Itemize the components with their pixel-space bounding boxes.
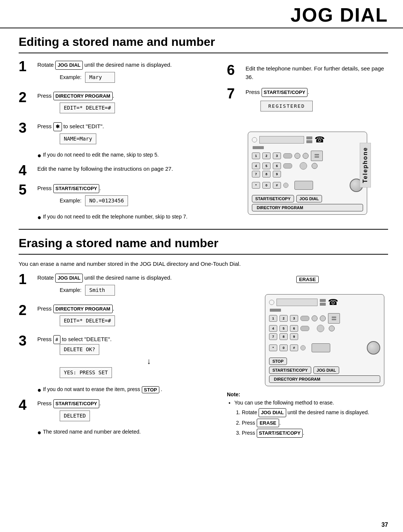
registered-display: REGISTERED xyxy=(260,101,313,112)
step-2-display: EDIT=* DELETE=# xyxy=(60,103,216,113)
erase-step-1-content: Rotate JOG DIAL until the desired name i… xyxy=(37,272,216,298)
erase-step-1: 1 Rotate JOG DIAL until the desired name… xyxy=(19,272,216,298)
erase-step-2: 2 Press DIRECTORY PROGRAM. EDIT=* DELETE… xyxy=(19,303,216,329)
step-1-example: Example: Mary xyxy=(60,72,216,83)
erase-btn-hash: # xyxy=(290,344,298,351)
step-number-7: 7 xyxy=(227,86,243,101)
editing-right-col: 6 Edit the telephone number. For further… xyxy=(227,59,388,225)
step-1-content: Rotate JOG DIAL until the desired name i… xyxy=(37,59,216,85)
note-step-1: Rotate JOG DIAL until the desired name i… xyxy=(242,408,388,417)
erase-btn-5: 5 xyxy=(279,325,288,332)
jog-dial-btn-erase: JOG DIAL xyxy=(313,366,340,374)
erase-label-wrapper: ERASE xyxy=(227,276,388,283)
erase-btn-4: 4 xyxy=(269,325,277,332)
erase-top-button: ERASE xyxy=(296,276,319,283)
edit-step-1: 1 Rotate JOG DIAL until the desired name… xyxy=(19,59,216,85)
erase-btn-3: 3 xyxy=(290,315,298,322)
step-5-content: Press START/SET/COPY. Example: NO.=01234… xyxy=(37,183,216,208)
page-header: JOG DIAL xyxy=(0,0,403,28)
jog-dial-key-e1: JOG DIAL xyxy=(55,274,82,283)
step-5-example: Example: NO.=0123456 xyxy=(60,195,216,206)
directory-program-btn-erase: DIRECTORY PROGRAM xyxy=(269,375,380,383)
start-set-copy-key-1: START/SET/COPY xyxy=(53,184,100,193)
edit-phone-diagram: ☎ 1 2 3 xyxy=(248,132,367,215)
step-4-content: Edit the name by following the instructi… xyxy=(37,163,216,173)
display-value-e4: DELETED xyxy=(60,410,90,421)
directory-program-key-e2: DIRECTORY PROGRAM xyxy=(53,305,113,314)
erasing-heading: Erasing a stored name and number xyxy=(19,230,388,255)
edit-step-5: 5 Press START/SET/COPY. Example: NO.=012… xyxy=(19,183,216,208)
note-item-1: You can use the following method to eras… xyxy=(234,399,388,407)
start-set-copy-btn-erase: START/SET/COPY xyxy=(269,366,311,374)
jog-dial-key-note: JOG DIAL xyxy=(259,408,286,417)
start-set-copy-key-e4: START/SET/COPY xyxy=(53,399,100,408)
edit-phone-diagram-wrapper: ☎ 1 2 3 xyxy=(227,120,388,215)
erase-circle-2 xyxy=(320,315,326,321)
jog-dial-wheel-2 xyxy=(367,341,380,355)
erase-step-number-2: 2 xyxy=(19,303,35,317)
note-title: Note: xyxy=(227,391,388,397)
stop-btn-erase: STOP xyxy=(269,358,287,365)
editing-heading: Editing a stored name and number xyxy=(19,28,388,53)
erase-step-3-content: Press # to select "DELETE". DELETE OK? ↓… xyxy=(37,334,216,381)
step-number-5: 5 xyxy=(19,183,35,197)
circle-3 xyxy=(312,163,318,169)
erase-step-number-1: 1 xyxy=(19,272,35,286)
page-title: JOG DIAL xyxy=(290,4,388,26)
btn-7: 7 xyxy=(252,171,260,177)
edit-step-6: 6 Edit the telephone number. For further… xyxy=(227,63,388,81)
editing-layout: 1 Rotate JOG DIAL until the desired name… xyxy=(19,59,388,225)
btn-0: 0 xyxy=(262,182,271,189)
erase-btn-star: * xyxy=(269,344,277,351)
btn-4: 4 xyxy=(252,163,260,169)
step-5-bullet: ● If you do not need to edit the telepho… xyxy=(37,214,216,222)
note-step-2: Press ERASE. xyxy=(242,419,388,428)
note-step-3: Press START/SET/COPY. xyxy=(242,429,388,438)
erasing-layout: 1 Rotate JOG DIAL until the desired name… xyxy=(19,272,388,440)
display-value-e2: EDIT=* DELETE=# xyxy=(60,315,115,326)
example-value-5: NO.=0123456 xyxy=(85,195,128,206)
main-content: Editing a stored name and number 1 Rotat… xyxy=(0,28,403,440)
stop-note-text: If you do not want to erase the item, pr… xyxy=(43,386,140,392)
directory-program-btn-edit: DIRECTORY PROGRAM xyxy=(252,204,363,211)
step-6-content: Edit the telephone number. For further d… xyxy=(246,63,388,81)
delete-flow: DELETE OK? ↓ YES: PRESS SET xyxy=(60,344,216,378)
erase-step-3-bullet: ● If you do not want to erase the item, … xyxy=(37,386,216,394)
step-3-content: Press ✱ to select "EDIT". NAME=Mary xyxy=(37,121,216,147)
editing-left-col: 1 Rotate JOG DIAL until the desired name… xyxy=(19,59,216,225)
step-3-display: NAME=Mary xyxy=(60,133,216,144)
btn-5: 5 xyxy=(262,163,271,169)
note-section: Note: You can use the following method t… xyxy=(227,391,388,438)
telephone-side-label: Telephone xyxy=(360,143,371,188)
note-list: You can use the following method to eras… xyxy=(227,399,388,438)
edit-step-3: 3 Press ✱ to select "EDIT". NAME=Mary xyxy=(19,121,216,147)
erase-btn-2: 2 xyxy=(279,315,288,322)
step-7-content: Press START/SET/COPY. REGISTERED xyxy=(246,86,388,115)
step-number-6: 6 xyxy=(227,63,243,77)
erase-btn-7: 7 xyxy=(269,333,277,340)
erase-circle-3 xyxy=(329,325,335,331)
erase-btn-6: 6 xyxy=(290,325,298,332)
erase-step-number-3: 3 xyxy=(19,334,35,348)
step-number-1: 1 xyxy=(19,59,35,73)
flow-arrow: ↓ xyxy=(125,355,151,367)
start-set-copy-btn-edit: START/SET/COPY xyxy=(252,195,294,202)
directory-program-key-1: DIRECTORY PROGRAM xyxy=(53,92,113,101)
edit-step-2: 2 Press DIRECTORY PROGRAM. EDIT=* DELETE… xyxy=(19,90,216,116)
step-number-3: 3 xyxy=(19,121,35,135)
erasing-left-col: 1 Rotate JOG DIAL until the desired name… xyxy=(19,272,216,440)
erase-circle-1 xyxy=(312,315,318,321)
erase-step-4: 4 Press START/SET/COPY. DELETED xyxy=(19,398,216,424)
erase-step-4-display: DELETED xyxy=(60,410,216,421)
erasing-intro: You can erase a name and number stored i… xyxy=(19,261,388,267)
example-value-e1: Smith xyxy=(85,285,115,296)
erase-btn-9: 9 xyxy=(290,333,298,340)
delete-ok-display: DELETE OK? xyxy=(60,344,99,355)
example-label-e1: Example: xyxy=(60,286,81,294)
example-label-1: Example: xyxy=(60,73,81,81)
erase-step-2-content: Press DIRECTORY PROGRAM. EDIT=* DELETE=# xyxy=(37,303,216,329)
jog-dial-key-1: JOG DIAL xyxy=(55,61,82,70)
step-number-4: 4 xyxy=(19,163,35,177)
example-label-5: Example: xyxy=(60,197,81,205)
btn-6: 6 xyxy=(273,163,281,169)
